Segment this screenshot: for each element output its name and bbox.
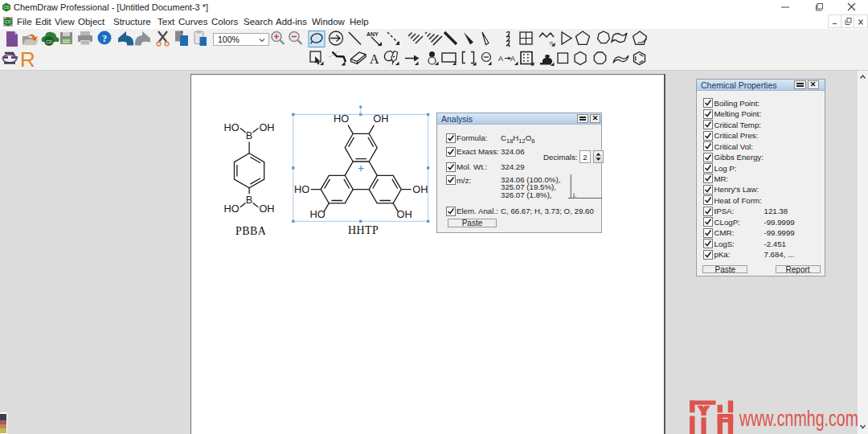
svg-text:B: B (246, 129, 253, 141)
svg-text:HO: HO (224, 121, 240, 133)
svg-text:R: R (20, 47, 35, 71)
svg-text:n: n (550, 40, 553, 46)
svg-text:?: ? (102, 33, 107, 44)
svg-text:CD: CD (5, 19, 11, 24)
svg-text:CD: CD (3, 5, 10, 10)
svg-text:ANY: ANY (366, 31, 379, 37)
svg-text:www.cnmhg.com: www.cnmhg.com (739, 406, 858, 431)
svg-text:HO: HO (224, 203, 240, 215)
svg-text:A: A (370, 52, 379, 66)
svg-text:A: A (510, 55, 515, 63)
svg-text:OH: OH (373, 113, 388, 125)
svg-text:OH: OH (259, 203, 274, 215)
svg-text:OH: OH (397, 208, 412, 220)
svg-text:OH: OH (412, 183, 428, 195)
svg-text:HO: HO (334, 113, 349, 125)
svg-text:A: A (498, 55, 503, 63)
svg-text:OH: OH (259, 121, 274, 133)
svg-text:PBBA: PBBA (235, 225, 267, 237)
svg-text:CD: CD (46, 39, 52, 44)
svg-text:B: B (246, 194, 253, 206)
svg-text:HO: HO (310, 208, 326, 220)
svg-text:HHTP: HHTP (348, 224, 379, 236)
svg-text:HO: HO (294, 183, 309, 195)
